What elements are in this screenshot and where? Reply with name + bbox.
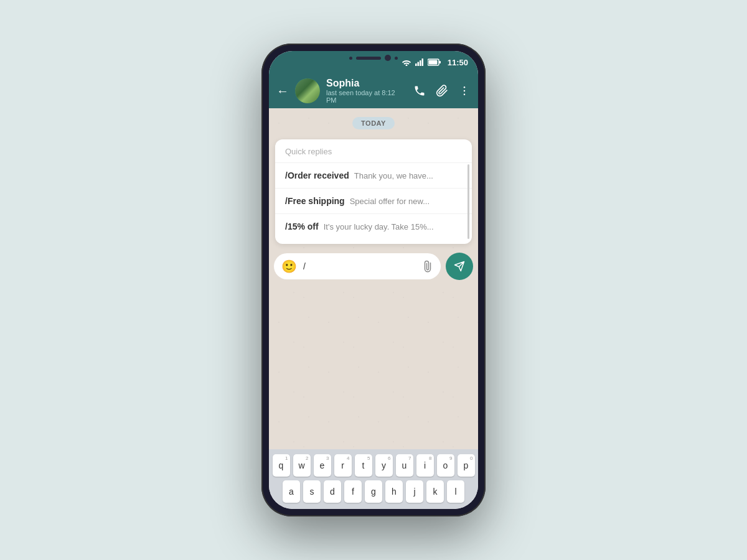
phone-screen: 11:50 ← Sophia last seen today at 8:12 P… [269,51,478,509]
keyboard-row-1: 1q 2w 3e 4r 5t 6y 7u 8i 9o 0p [271,454,476,477]
attach-button[interactable] [420,258,435,274]
key-i[interactable]: 8i [416,454,434,477]
status-time: 11:50 [448,58,468,67]
battery-icon [428,58,441,66]
signal-icon [415,58,424,66]
key-l[interactable]: l [447,480,464,503]
front-camera-dot [349,57,352,60]
quick-reply-shortcut-2: /Free shipping [285,196,345,206]
key-s[interactable]: s [303,480,321,503]
contact-status: last seen today at 8:12 PM [326,89,407,104]
wifi-icon [402,58,411,66]
date-divider: TODAY [269,108,478,134]
key-a[interactable]: a [283,480,300,503]
front-camera [385,55,391,61]
key-e[interactable]: 3e [314,454,331,477]
quick-reply-item-3[interactable]: /15% off It's your lucky day. Take 15%..… [275,213,472,239]
key-y[interactable]: 6y [375,454,393,477]
key-f[interactable]: f [344,480,362,503]
key-u[interactable]: 7u [396,454,413,477]
today-label: TODAY [352,117,395,129]
header-actions [413,85,471,97]
svg-point-7 [464,86,466,88]
back-button[interactable]: ← [276,84,289,98]
attachment-icon[interactable] [436,85,448,97]
svg-point-8 [464,90,466,92]
key-q[interactable]: 1q [273,454,290,477]
contact-name: Sophia [326,78,407,89]
svg-rect-3 [421,58,423,66]
sensor-dot [395,57,398,60]
quick-reply-item-1[interactable]: /Order received Thank you, we have... [275,162,472,188]
svg-rect-5 [428,60,437,65]
quick-reply-preview-1: Thank you, we have... [354,171,433,180]
contact-avatar[interactable] [295,78,320,103]
svg-rect-6 [439,61,441,63]
svg-rect-0 [415,63,417,66]
key-k[interactable]: k [426,480,444,503]
key-w[interactable]: 2w [293,454,311,477]
chat-body: TODAY Quick replies /Order received Than… [269,108,478,449]
svg-rect-2 [420,60,421,66]
emoji-button[interactable]: 🙂 [281,259,297,274]
key-t[interactable]: 5t [355,454,372,477]
on-screen-keyboard: 1q 2w 3e 4r 5t 6y 7u 8i 9o 0p a s d f g … [269,449,478,509]
message-input-row: 🙂 / [269,249,478,284]
key-o[interactable]: 9o [437,454,454,477]
svg-point-9 [464,94,466,96]
quick-reply-preview-2: Special offer for new... [350,197,430,206]
key-g[interactable]: g [365,480,382,503]
quick-reply-shortcut-1: /Order received [285,170,349,180]
key-d[interactable]: d [324,480,341,503]
quick-replies-title: Quick replies [275,147,472,162]
keyboard-row-2: a s d f g h j k l [271,480,476,503]
phone-frame: 11:50 ← Sophia last seen today at 8:12 P… [261,44,486,516]
scroll-indicator [467,164,469,239]
quick-reply-item-2[interactable]: /Free shipping Special offer for new... [275,188,472,213]
message-input-text[interactable]: / [303,261,416,271]
key-h[interactable]: h [385,480,403,503]
key-p[interactable]: 0p [458,454,475,477]
earpiece [356,57,381,60]
quick-reply-shortcut-3: /15% off [285,222,319,231]
key-r[interactable]: 4r [334,454,352,477]
quick-replies-panel: Quick replies /Order received Thank you,… [275,139,472,244]
call-icon[interactable] [413,85,426,97]
key-j[interactable]: j [406,480,423,503]
send-button[interactable] [446,253,473,280]
contact-info: Sophia last seen today at 8:12 PM [326,78,407,104]
chat-header: ← Sophia last seen today at 8:12 PM [269,73,478,108]
quick-reply-preview-3: It's your lucky day. Take 15%... [324,222,434,231]
phone-notch [349,55,398,61]
more-options-icon[interactable] [458,85,471,97]
svg-rect-1 [417,62,419,67]
send-icon [454,261,465,272]
message-input-box[interactable]: 🙂 / [274,253,441,279]
